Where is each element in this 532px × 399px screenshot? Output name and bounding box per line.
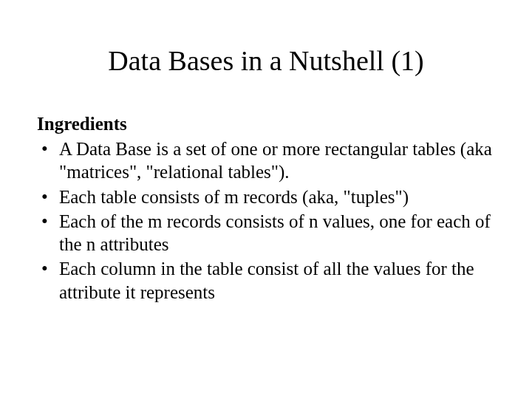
list-item: Each of the m records consists of n valu… — [37, 210, 495, 256]
slide-title: Data Bases in a Nutshell (1) — [37, 44, 495, 77]
list-item: A Data Base is a set of one or more rect… — [37, 137, 495, 184]
bullet-list: A Data Base is a set of one or more rect… — [37, 137, 495, 304]
list-item: Each column in the table consist of all … — [37, 257, 495, 304]
section-subtitle: Ingredients — [37, 114, 495, 134]
list-item: Each table consists of m records (aka, "… — [37, 185, 495, 208]
